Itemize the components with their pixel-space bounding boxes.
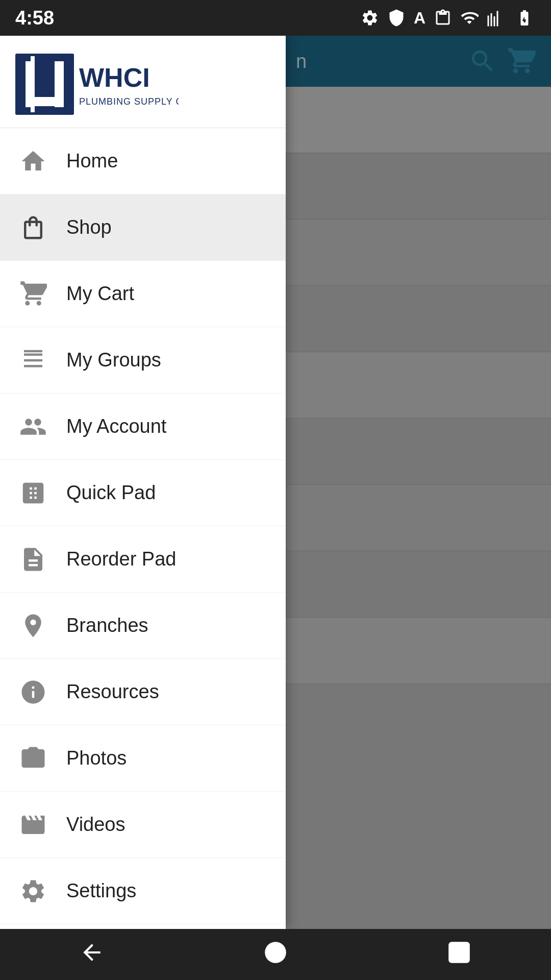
main-content: n xyxy=(0,36,551,929)
drawer: WHCI PLUMBING SUPPLY COMPANY Home xyxy=(0,36,286,929)
account-icon xyxy=(15,413,51,440)
sidebar-item-my-groups-label: My Groups xyxy=(66,349,161,371)
battery-icon xyxy=(513,9,536,27)
shop-icon xyxy=(15,214,51,241)
sidebar-item-resources[interactable]: Resources xyxy=(0,659,286,725)
reorder-icon xyxy=(15,546,51,573)
sidebar-item-videos[interactable]: Videos xyxy=(0,792,286,858)
svg-rect-3 xyxy=(55,61,64,107)
whci-logo: WHCI PLUMBING SUPPLY COMPANY xyxy=(15,51,179,117)
sidebar-item-home-label: Home xyxy=(66,150,118,172)
groups-icon xyxy=(15,347,51,374)
settings-menu-icon xyxy=(15,877,51,905)
menu-list: Home Shop My Cart xyxy=(0,128,286,924)
back-button[interactable] xyxy=(79,940,105,970)
cart-icon xyxy=(15,280,51,308)
sidebar-item-photos-label: Photos xyxy=(66,747,127,769)
clipboard-icon xyxy=(434,9,452,27)
sidebar-item-reorder-pad-label: Reorder Pad xyxy=(66,548,176,570)
sidebar-item-my-cart-label: My Cart xyxy=(66,283,134,305)
sidebar-item-photos[interactable]: Photos xyxy=(0,725,286,792)
quickpad-icon xyxy=(15,479,51,507)
sidebar-item-quick-pad[interactable]: Quick Pad xyxy=(0,460,286,526)
home-button[interactable] xyxy=(263,940,288,970)
settings-icon xyxy=(361,9,379,27)
wifi-icon xyxy=(460,9,479,27)
sidebar-item-settings-label: Settings xyxy=(66,880,136,902)
sidebar-item-reorder-pad[interactable]: Reorder Pad xyxy=(0,526,286,593)
resources-icon xyxy=(15,678,51,706)
branches-icon xyxy=(15,612,51,640)
home-icon xyxy=(15,148,51,175)
logo-area: WHCI PLUMBING SUPPLY COMPANY xyxy=(0,36,286,128)
a-icon: A xyxy=(414,9,425,28)
sidebar-item-my-account-label: My Account xyxy=(66,415,166,437)
svg-rect-6 xyxy=(31,102,35,112)
svg-point-9 xyxy=(265,942,286,963)
sidebar-item-settings[interactable]: Settings xyxy=(0,858,286,924)
svg-text:PLUMBING SUPPLY COMPANY: PLUMBING SUPPLY COMPANY xyxy=(79,96,179,107)
recent-button[interactable] xyxy=(446,940,472,970)
videos-icon xyxy=(15,811,51,839)
svg-rect-5 xyxy=(31,56,35,66)
sidebar-item-videos-label: Videos xyxy=(66,814,126,836)
sidebar-item-my-account[interactable]: My Account xyxy=(0,394,286,460)
svg-rect-10 xyxy=(448,942,470,963)
shield-icon xyxy=(387,9,406,27)
sidebar-item-my-cart[interactable]: My Cart xyxy=(0,261,286,327)
status-bar: 4:58 A xyxy=(0,0,551,36)
logo-container: WHCI PLUMBING SUPPLY COMPANY xyxy=(15,51,270,117)
signal-icon xyxy=(487,9,505,27)
svg-rect-4 xyxy=(35,61,55,97)
sidebar-item-branches-label: Branches xyxy=(66,615,148,636)
sidebar-item-home[interactable]: Home xyxy=(0,128,286,194)
photos-icon xyxy=(15,745,51,772)
sidebar-item-branches[interactable]: Branches xyxy=(0,593,286,659)
nav-bar xyxy=(0,929,551,980)
sidebar-item-shop[interactable]: Shop xyxy=(0,194,286,261)
sidebar-item-shop-label: Shop xyxy=(66,216,112,238)
status-time: 4:58 xyxy=(15,7,54,29)
status-icons: A xyxy=(361,9,536,28)
sidebar-item-my-groups[interactable]: My Groups xyxy=(0,327,286,394)
sidebar-item-resources-label: Resources xyxy=(66,681,159,703)
sidebar-item-quick-pad-label: Quick Pad xyxy=(66,482,156,504)
svg-text:WHCI: WHCI xyxy=(79,63,150,92)
